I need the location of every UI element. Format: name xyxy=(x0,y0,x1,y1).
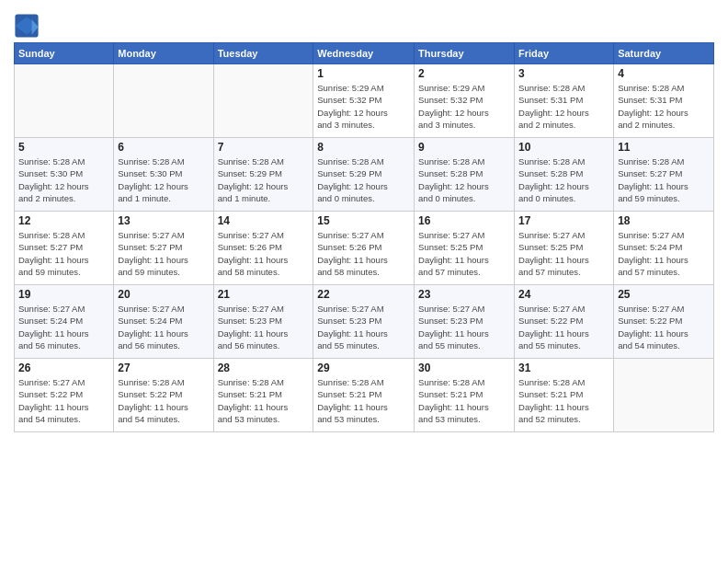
calendar-cell: 22Sunrise: 5:27 AM Sunset: 5:23 PM Dayli… xyxy=(313,285,415,359)
header-row: SundayMondayTuesdayWednesdayThursdayFrid… xyxy=(15,43,714,64)
day-info: Sunrise: 5:27 AM Sunset: 5:26 PM Dayligh… xyxy=(317,229,410,278)
calendar-cell: 13Sunrise: 5:27 AM Sunset: 5:27 PM Dayli… xyxy=(114,212,213,285)
day-number: 26 xyxy=(18,362,109,374)
calendar-cell: 27Sunrise: 5:28 AM Sunset: 5:22 PM Dayli… xyxy=(114,359,213,432)
day-number: 20 xyxy=(118,288,209,301)
header-cell-wednesday: Wednesday xyxy=(313,43,415,64)
logo xyxy=(14,13,43,39)
day-info: Sunrise: 5:27 AM Sunset: 5:23 PM Dayligh… xyxy=(317,303,410,351)
day-number: 16 xyxy=(418,214,510,227)
calendar-week-2: 5Sunrise: 5:28 AM Sunset: 5:30 PM Daylig… xyxy=(15,138,714,212)
calendar-cell: 23Sunrise: 5:27 AM Sunset: 5:23 PM Dayli… xyxy=(415,285,515,359)
day-info: Sunrise: 5:27 AM Sunset: 5:27 PM Dayligh… xyxy=(118,229,209,278)
day-info: Sunrise: 5:28 AM Sunset: 5:21 PM Dayligh… xyxy=(518,376,609,425)
day-number: 10 xyxy=(518,141,609,154)
day-number: 8 xyxy=(317,141,410,154)
page-header xyxy=(14,9,714,39)
calendar-cell: 3Sunrise: 5:28 AM Sunset: 5:31 PM Daylig… xyxy=(515,64,614,138)
day-number: 27 xyxy=(118,362,209,374)
day-info: Sunrise: 5:28 AM Sunset: 5:28 PM Dayligh… xyxy=(518,155,609,204)
day-number: 17 xyxy=(518,214,609,227)
header-cell-sunday: Sunday xyxy=(15,43,114,64)
day-info: Sunrise: 5:27 AM Sunset: 5:25 PM Dayligh… xyxy=(518,229,609,278)
day-info: Sunrise: 5:27 AM Sunset: 5:22 PM Dayligh… xyxy=(618,303,710,351)
day-info: Sunrise: 5:28 AM Sunset: 5:29 PM Dayligh… xyxy=(317,155,410,204)
calendar-cell: 11Sunrise: 5:28 AM Sunset: 5:27 PM Dayli… xyxy=(614,138,714,212)
day-info: Sunrise: 5:28 AM Sunset: 5:31 PM Dayligh… xyxy=(618,82,710,131)
day-info: Sunrise: 5:29 AM Sunset: 5:32 PM Dayligh… xyxy=(418,82,510,131)
day-info: Sunrise: 5:27 AM Sunset: 5:23 PM Dayligh… xyxy=(218,303,310,351)
day-info: Sunrise: 5:28 AM Sunset: 5:28 PM Dayligh… xyxy=(418,155,510,204)
calendar-cell: 17Sunrise: 5:27 AM Sunset: 5:25 PM Dayli… xyxy=(515,212,614,285)
calendar-cell: 10Sunrise: 5:28 AM Sunset: 5:28 PM Dayli… xyxy=(515,138,614,212)
calendar-cell xyxy=(114,64,213,138)
calendar-cell: 29Sunrise: 5:28 AM Sunset: 5:21 PM Dayli… xyxy=(313,359,415,432)
calendar-cell: 31Sunrise: 5:28 AM Sunset: 5:21 PM Dayli… xyxy=(515,359,614,432)
day-number: 5 xyxy=(18,141,109,154)
day-number: 2 xyxy=(418,67,510,80)
day-number: 21 xyxy=(218,288,310,301)
day-number: 3 xyxy=(518,67,609,80)
day-number: 29 xyxy=(317,362,410,374)
day-number: 24 xyxy=(518,288,609,301)
calendar-week-4: 19Sunrise: 5:27 AM Sunset: 5:24 PM Dayli… xyxy=(15,285,714,359)
calendar-cell: 7Sunrise: 5:28 AM Sunset: 5:29 PM Daylig… xyxy=(213,138,313,212)
day-number: 14 xyxy=(218,214,310,227)
day-number: 23 xyxy=(418,288,510,301)
day-info: Sunrise: 5:27 AM Sunset: 5:22 PM Dayligh… xyxy=(518,303,609,351)
day-info: Sunrise: 5:29 AM Sunset: 5:32 PM Dayligh… xyxy=(317,82,410,131)
day-number: 25 xyxy=(618,288,710,301)
day-info: Sunrise: 5:27 AM Sunset: 5:23 PM Dayligh… xyxy=(418,303,510,351)
day-info: Sunrise: 5:28 AM Sunset: 5:27 PM Dayligh… xyxy=(18,229,109,278)
day-info: Sunrise: 5:27 AM Sunset: 5:24 PM Dayligh… xyxy=(618,229,710,278)
calendar-cell: 19Sunrise: 5:27 AM Sunset: 5:24 PM Dayli… xyxy=(15,285,114,359)
day-number: 15 xyxy=(317,214,410,227)
day-info: Sunrise: 5:27 AM Sunset: 5:24 PM Dayligh… xyxy=(118,303,209,351)
day-info: Sunrise: 5:27 AM Sunset: 5:24 PM Dayligh… xyxy=(18,303,109,351)
calendar-cell: 21Sunrise: 5:27 AM Sunset: 5:23 PM Dayli… xyxy=(213,285,313,359)
calendar-page: SundayMondayTuesdayWednesdayThursdayFrid… xyxy=(0,0,728,563)
day-number: 11 xyxy=(618,141,710,154)
calendar-cell: 4Sunrise: 5:28 AM Sunset: 5:31 PM Daylig… xyxy=(614,64,714,138)
day-number: 13 xyxy=(118,214,209,227)
calendar-cell: 15Sunrise: 5:27 AM Sunset: 5:26 PM Dayli… xyxy=(313,212,415,285)
calendar-cell: 20Sunrise: 5:27 AM Sunset: 5:24 PM Dayli… xyxy=(114,285,213,359)
calendar-cell: 18Sunrise: 5:27 AM Sunset: 5:24 PM Dayli… xyxy=(614,212,714,285)
day-number: 12 xyxy=(18,214,109,227)
header-cell-monday: Monday xyxy=(114,43,213,64)
day-info: Sunrise: 5:28 AM Sunset: 5:22 PM Dayligh… xyxy=(118,376,209,425)
calendar-cell: 28Sunrise: 5:28 AM Sunset: 5:21 PM Dayli… xyxy=(213,359,313,432)
day-number: 1 xyxy=(317,67,410,80)
day-info: Sunrise: 5:27 AM Sunset: 5:26 PM Dayligh… xyxy=(218,229,310,278)
day-info: Sunrise: 5:27 AM Sunset: 5:25 PM Dayligh… xyxy=(418,229,510,278)
header-cell-saturday: Saturday xyxy=(614,43,714,64)
calendar-cell: 25Sunrise: 5:27 AM Sunset: 5:22 PM Dayli… xyxy=(614,285,714,359)
calendar-cell: 30Sunrise: 5:28 AM Sunset: 5:21 PM Dayli… xyxy=(415,359,515,432)
calendar-cell: 24Sunrise: 5:27 AM Sunset: 5:22 PM Dayli… xyxy=(515,285,614,359)
calendar-week-5: 26Sunrise: 5:27 AM Sunset: 5:22 PM Dayli… xyxy=(15,359,714,432)
header-cell-thursday: Thursday xyxy=(415,43,515,64)
logo-icon xyxy=(14,13,40,39)
day-info: Sunrise: 5:28 AM Sunset: 5:29 PM Dayligh… xyxy=(218,155,310,204)
day-number: 6 xyxy=(118,141,209,154)
day-info: Sunrise: 5:28 AM Sunset: 5:30 PM Dayligh… xyxy=(18,155,109,204)
calendar-cell: 9Sunrise: 5:28 AM Sunset: 5:28 PM Daylig… xyxy=(415,138,515,212)
day-info: Sunrise: 5:28 AM Sunset: 5:31 PM Dayligh… xyxy=(518,82,609,131)
day-info: Sunrise: 5:28 AM Sunset: 5:21 PM Dayligh… xyxy=(218,376,310,425)
day-info: Sunrise: 5:28 AM Sunset: 5:30 PM Dayligh… xyxy=(118,155,209,204)
day-number: 7 xyxy=(218,141,310,154)
calendar-cell: 5Sunrise: 5:28 AM Sunset: 5:30 PM Daylig… xyxy=(15,138,114,212)
calendar-week-1: 1Sunrise: 5:29 AM Sunset: 5:32 PM Daylig… xyxy=(15,64,714,138)
calendar-cell xyxy=(213,64,313,138)
calendar-table: SundayMondayTuesdayWednesdayThursdayFrid… xyxy=(14,42,714,432)
calendar-week-3: 12Sunrise: 5:28 AM Sunset: 5:27 PM Dayli… xyxy=(15,212,714,285)
calendar-cell: 26Sunrise: 5:27 AM Sunset: 5:22 PM Dayli… xyxy=(15,359,114,432)
day-number: 4 xyxy=(618,67,710,80)
day-number: 30 xyxy=(418,362,510,374)
day-number: 19 xyxy=(18,288,109,301)
day-info: Sunrise: 5:28 AM Sunset: 5:21 PM Dayligh… xyxy=(418,376,510,425)
calendar-body: 1Sunrise: 5:29 AM Sunset: 5:32 PM Daylig… xyxy=(15,64,714,432)
calendar-cell xyxy=(614,359,714,432)
header-cell-tuesday: Tuesday xyxy=(213,43,313,64)
day-number: 9 xyxy=(418,141,510,154)
